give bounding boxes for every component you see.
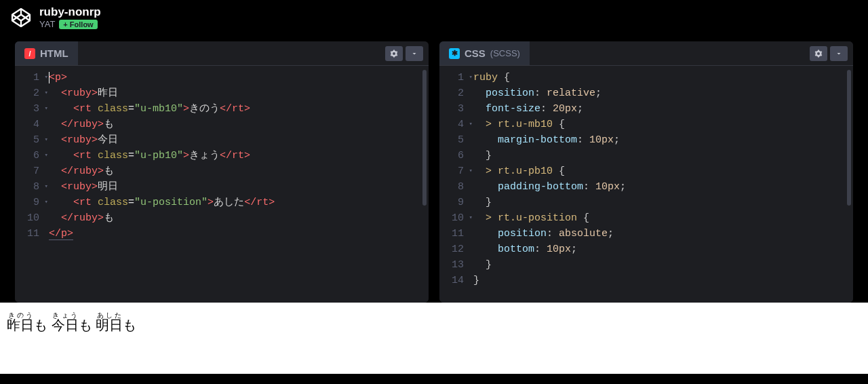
code-line[interactable]: 2 position: relative; [439,85,853,101]
code-content[interactable]: > rt.u-position { [473,210,589,226]
author-name[interactable]: YAT [39,19,55,29]
line-number: 6 [15,148,49,164]
code-content[interactable]: > rt.u-pb10 { [473,164,565,179]
line-number: 13 [439,257,473,273]
code-content[interactable]: <ruby>明日 [49,179,118,195]
line-number: 11 [15,226,49,242]
code-content[interactable]: } [473,257,492,273]
code-line[interactable]: 2 <ruby>昨日 [15,85,429,101]
line-number: 11 [439,226,473,242]
ruby-item: 明日あした [96,318,123,332]
css-icon: ✱ [449,48,460,59]
code-content[interactable]: bottom: 10px; [473,242,577,257]
follow-button[interactable]: + Follow [59,20,97,29]
header: ruby-nonrp YAT + Follow [0,0,868,35]
code-content[interactable]: <ruby>昨日 [49,85,118,101]
code-content[interactable]: </ruby>も [49,164,114,179]
pen-title: ruby-nonrp [39,5,101,19]
css-sublabel: (SCSS) [490,48,520,58]
editor-panels: / HTML 1<p>2 <ruby>昨日3 <rt class="u-mb10… [0,35,868,303]
code-line[interactable]: 10 > rt.u-position { [439,210,853,226]
code-line[interactable]: 4 > rt.u-mb10 { [439,117,853,132]
code-content[interactable]: } [473,273,479,288]
code-content[interactable]: <rt class="u-position">あした</rt> [49,195,275,210]
code-line[interactable]: 14} [439,273,853,288]
code-content[interactable]: margin-bottom: 10px; [473,132,620,148]
code-line[interactable]: 1ruby { [439,70,853,85]
code-line[interactable]: 4 </ruby>も [15,117,429,132]
css-tab[interactable]: ✱ CSS (SCSS) [439,41,530,65]
code-line[interactable]: 1<p> [15,70,429,85]
code-line[interactable]: 11</p> [15,226,429,242]
html-tab[interactable]: / HTML [15,41,78,65]
line-number: 2 [15,85,49,101]
code-content[interactable]: <ruby>今日 [49,132,118,148]
code-content[interactable]: </p> [49,226,73,242]
code-line[interactable]: 5 margin-bottom: 10px; [439,132,853,148]
line-number: 8 [439,179,473,195]
ruby-item: 今日きょう [52,318,79,332]
line-number: 9 [439,195,473,210]
code-line[interactable]: 3 font-size: 20px; [439,101,853,117]
code-line[interactable]: 11 position: absolute; [439,226,853,242]
line-number: 9 [15,195,49,210]
css-dropdown-button[interactable] [830,46,848,61]
code-content[interactable]: position: absolute; [473,226,614,242]
code-line[interactable]: 9 <rt class="u-position">あした</rt> [15,195,429,210]
code-content[interactable]: </ruby>も [49,210,114,226]
html-panel-actions [385,46,429,61]
code-content[interactable]: <p> [49,70,67,85]
code-content[interactable]: font-size: 20px; [473,101,583,117]
html-editor[interactable]: 1<p>2 <ruby>昨日3 <rt class="u-mb10">きのう</… [15,66,429,303]
line-number: 12 [439,242,473,257]
code-line[interactable]: 6 <rt class="u-pb10">きょう</rt> [15,148,429,164]
code-line[interactable]: 9 } [439,195,853,210]
css-settings-button[interactable] [810,46,827,61]
html-settings-button[interactable] [385,46,403,61]
line-number: 3 [15,101,49,117]
html-panel-header: / HTML [15,41,429,66]
css-label: CSS [465,47,486,59]
css-panel-actions [810,46,853,61]
code-content[interactable]: </ruby>も [49,117,114,132]
code-content[interactable]: <rt class="u-pb10">きょう</rt> [49,148,250,164]
separator: も [79,318,96,332]
code-line[interactable]: 13 } [439,257,853,273]
output-paragraph: 昨日きのうも 今日きょうも 明日あしたも [7,312,861,334]
html-icon: / [24,48,35,59]
code-line[interactable]: 8 <ruby>明日 [15,179,429,195]
code-content[interactable]: } [473,195,492,210]
code-line[interactable]: 5 <ruby>今日 [15,132,429,148]
css-editor[interactable]: 1ruby {2 position: relative;3 font-size:… [439,66,853,303]
author-row: YAT + Follow [39,19,101,29]
html-dropdown-button[interactable] [406,46,423,61]
code-content[interactable]: <rt class="u-mb10">きのう</rt> [49,101,250,117]
code-line[interactable]: 12 bottom: 10px; [439,242,853,257]
separator: も [34,318,52,332]
codepen-logo-icon[interactable] [11,7,31,28]
line-number: 10 [439,210,473,226]
code-content[interactable]: ruby { [473,70,510,85]
separator: も [123,318,136,332]
html-panel: / HTML 1<p>2 <ruby>昨日3 <rt class="u-mb10… [15,41,429,303]
code-content[interactable]: position: relative; [473,85,601,101]
line-number: 4 [15,117,49,132]
code-content[interactable]: padding-bottom: 10px; [473,179,626,195]
html-label: HTML [40,47,68,59]
code-line[interactable]: 8 padding-bottom: 10px; [439,179,853,195]
line-number: 6 [439,148,473,164]
code-line[interactable]: 3 <rt class="u-mb10">きのう</rt> [15,101,429,117]
line-number: 5 [439,132,473,148]
code-line[interactable]: 7 </ruby>も [15,164,429,179]
code-line[interactable]: 6 } [439,148,853,164]
line-number: 7 [15,164,49,179]
line-number: 14 [439,273,473,288]
css-panel-header: ✱ CSS (SCSS) [439,41,853,66]
line-number: 7 [439,164,473,179]
line-number: 2 [439,85,473,101]
code-content[interactable]: > rt.u-mb10 { [473,117,565,132]
css-panel: ✱ CSS (SCSS) 1ruby {2 position: relative… [439,41,853,303]
code-content[interactable]: } [473,148,492,164]
code-line[interactable]: 10 </ruby>も [15,210,429,226]
code-line[interactable]: 7 > rt.u-pb10 { [439,164,853,179]
